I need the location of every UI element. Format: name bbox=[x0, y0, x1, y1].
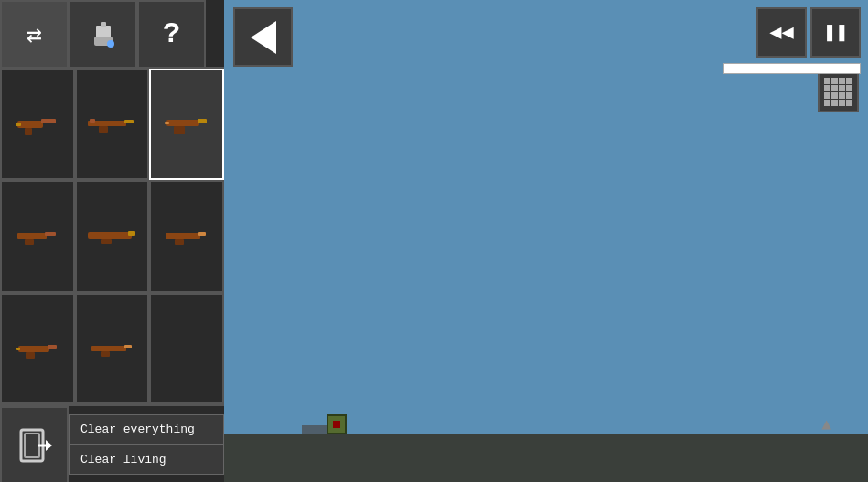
svg-rect-4 bbox=[17, 121, 43, 128]
svg-rect-27 bbox=[26, 352, 35, 359]
grid-icon bbox=[824, 78, 852, 106]
svg-rect-30 bbox=[124, 345, 132, 348]
svg-rect-23 bbox=[198, 232, 206, 236]
small-object bbox=[302, 425, 329, 434]
top-right-controls: ◀◀ ❚❚ bbox=[723, 7, 861, 74]
item-cell-9[interactable] bbox=[149, 293, 224, 404]
progress-bar[interactable] bbox=[723, 63, 861, 74]
item-cell-7[interactable] bbox=[0, 293, 75, 404]
exit-icon bbox=[16, 426, 54, 465]
pause-icon: ❚❚ bbox=[823, 20, 848, 45]
svg-point-3 bbox=[107, 40, 114, 48]
item-cell-8[interactable] bbox=[75, 293, 150, 404]
context-menu: Clear everything Clear living bbox=[69, 406, 224, 482]
progress-bar-fill bbox=[724, 64, 860, 73]
toolbar: ⇄ ? bbox=[0, 0, 224, 69]
svg-rect-6 bbox=[25, 128, 32, 135]
svg-rect-18 bbox=[25, 239, 34, 245]
svg-rect-10 bbox=[99, 126, 108, 133]
item-cell-2[interactable] bbox=[75, 69, 150, 180]
clear-living-button[interactable]: Clear living bbox=[69, 445, 224, 475]
gun-icon-1 bbox=[16, 112, 59, 137]
svg-rect-22 bbox=[166, 233, 200, 239]
clear-everything-button[interactable]: Clear everything bbox=[69, 414, 224, 445]
svg-rect-24 bbox=[175, 239, 184, 245]
svg-rect-17 bbox=[45, 232, 56, 236]
svg-rect-13 bbox=[198, 119, 207, 123]
gun-icon-8 bbox=[91, 339, 132, 358]
svg-rect-25 bbox=[18, 346, 49, 352]
svg-rect-5 bbox=[41, 119, 56, 123]
item-cell-6[interactable] bbox=[149, 180, 224, 292]
game-area: ▲ ◀◀ ❚❚ bbox=[224, 0, 868, 482]
help-button[interactable]: ? bbox=[137, 0, 206, 69]
svg-rect-11 bbox=[90, 119, 95, 123]
swap-button[interactable]: ⇄ bbox=[0, 0, 69, 69]
gun-icon-4 bbox=[17, 226, 58, 246]
grid-toggle-button[interactable] bbox=[818, 71, 859, 112]
pause-button[interactable]: ❚❚ bbox=[810, 7, 861, 58]
svg-rect-31 bbox=[101, 351, 110, 357]
gun-icon-3 bbox=[165, 112, 209, 136]
svg-rect-12 bbox=[166, 120, 199, 126]
svg-rect-0 bbox=[96, 26, 111, 38]
item-cell-1[interactable] bbox=[0, 69, 75, 180]
item-cell-5[interactable] bbox=[75, 180, 150, 292]
rewind-button[interactable]: ◀◀ bbox=[756, 7, 807, 58]
bottom-area: Clear everything Clear living bbox=[0, 404, 224, 482]
back-button[interactable] bbox=[233, 7, 293, 67]
svg-rect-28 bbox=[16, 348, 20, 350]
svg-rect-29 bbox=[91, 346, 126, 351]
svg-rect-9 bbox=[124, 120, 134, 123]
svg-rect-33 bbox=[25, 434, 39, 457]
svg-rect-7 bbox=[16, 123, 21, 126]
svg-rect-14 bbox=[174, 126, 185, 134]
entity-inner bbox=[333, 421, 340, 428]
item-cell-3[interactable] bbox=[149, 69, 224, 180]
svg-rect-16 bbox=[17, 233, 47, 239]
item-cell-4[interactable] bbox=[0, 180, 75, 292]
svg-rect-21 bbox=[101, 239, 112, 244]
ground bbox=[224, 434, 868, 482]
app: ⇄ ? bbox=[0, 0, 868, 482]
ground-arrow-icon: ▲ bbox=[821, 416, 831, 434]
left-panel: ⇄ ? bbox=[0, 0, 224, 482]
rewind-icon: ◀◀ bbox=[769, 20, 794, 45]
svg-rect-2 bbox=[101, 22, 106, 27]
back-arrow-icon bbox=[251, 21, 276, 54]
gun-icon-7 bbox=[16, 337, 59, 359]
svg-rect-19 bbox=[88, 232, 132, 239]
help-icon: ? bbox=[163, 17, 180, 51]
bucket-icon bbox=[87, 18, 120, 51]
fill-button[interactable] bbox=[69, 0, 137, 69]
entity bbox=[327, 414, 347, 434]
playback-buttons: ◀◀ ❚❚ bbox=[756, 7, 861, 58]
gun-icon-2 bbox=[88, 114, 135, 134]
svg-marker-35 bbox=[46, 440, 52, 451]
exit-button[interactable] bbox=[0, 406, 69, 482]
gun-icon-6 bbox=[166, 226, 208, 246]
svg-rect-15 bbox=[165, 122, 169, 124]
gun-icon-5 bbox=[88, 227, 135, 245]
svg-rect-20 bbox=[128, 231, 135, 236]
item-grid bbox=[0, 69, 224, 404]
svg-rect-26 bbox=[48, 345, 57, 349]
